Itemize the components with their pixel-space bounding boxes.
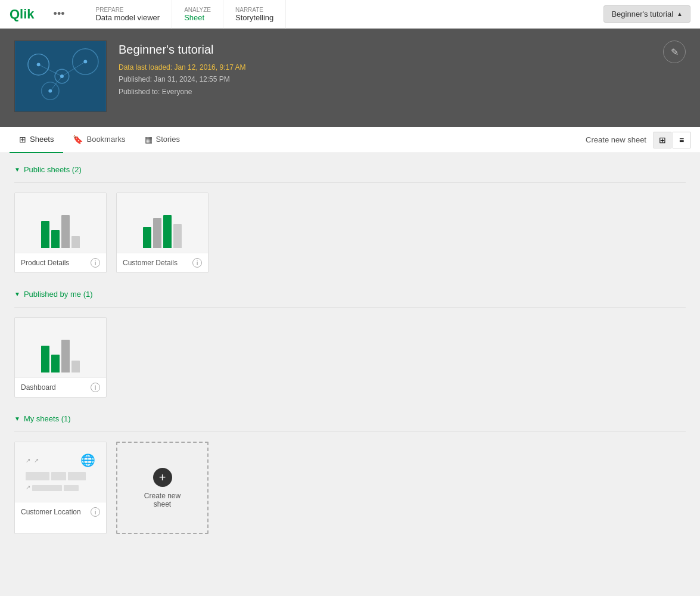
tab-sheets[interactable]: ⊞ Sheets <box>10 127 63 153</box>
section-public-sheets: ▼ Public sheets (2) Product Details i <box>14 165 686 273</box>
mini-chart-product-details <box>41 212 80 248</box>
chevron-down-icon: ▼ <box>14 166 20 173</box>
mini-chart-customer-details <box>143 212 182 248</box>
info-icon-product-details[interactable]: i <box>91 258 100 268</box>
sheet-preview-product-details <box>15 193 106 253</box>
sheet-card-footer-dashboard: Dashboard i <box>15 377 106 397</box>
nav-narrate[interactable]: Narrate Storytelling <box>223 0 286 29</box>
create-sheet-button-top[interactable]: Create new sheet <box>586 135 646 144</box>
section-public-sheets-header[interactable]: ▼ Public sheets (2) <box>14 165 686 174</box>
sheet-card-name-customer-details: Customer Details <box>123 259 178 267</box>
nav-narrate-label: Storytelling <box>235 13 273 22</box>
map-block <box>26 472 49 480</box>
bar <box>173 224 182 248</box>
published-by-me-grid: Dashboard i <box>14 317 686 398</box>
published-date: Published: Jan 31, 2024, 12:55 PM <box>119 73 245 85</box>
sheet-card-product-details[interactable]: Product Details i <box>14 193 107 273</box>
nav-prepare-category: Prepare <box>95 7 160 13</box>
sheet-preview-customer-location: ↗ ↗ 🌐 ↗ <box>15 442 106 502</box>
tab-bookmarks[interactable]: 🔖 Bookmarks <box>63 127 135 153</box>
app-info: Beginner's tutorial Data last loaded: Ja… <box>119 41 245 98</box>
info-icon-customer-location[interactable]: i <box>91 507 100 517</box>
sheets-tab-icon: ⊞ <box>19 135 26 144</box>
stories-tab-icon: ▦ <box>145 135 153 144</box>
sheet-card-footer-product-details: Product Details i <box>15 253 106 272</box>
tab-sheets-label: Sheets <box>30 135 54 144</box>
bar <box>61 340 70 372</box>
bar <box>71 236 80 248</box>
nav-analyze-label: Sheet <box>184 13 211 22</box>
app-meta: Data last loaded: Jan 12, 2016, 9:17 AM … <box>119 61 245 98</box>
chevron-down-icon: ▼ <box>14 415 20 422</box>
qlik-logo-text: Qlik <box>10 7 35 22</box>
grid-view-button[interactable]: ⊞ <box>654 132 671 148</box>
sheet-card-dashboard[interactable]: Dashboard i <box>14 317 107 398</box>
nav-prepare-label: Data model viewer <box>95 13 160 22</box>
section-divider <box>14 182 686 183</box>
sheet-card-customer-details[interactable]: Customer Details i <box>116 193 209 273</box>
section-public-sheets-title: Public sheets (2) <box>24 165 82 174</box>
arrow-icon: ↗ <box>26 457 30 464</box>
tab-bookmarks-label: Bookmarks <box>86 135 125 144</box>
bar <box>51 355 60 372</box>
bar <box>163 215 172 248</box>
chevron-down-icon: ▲ <box>677 11 683 17</box>
sheet-preview-customer-details <box>117 193 208 253</box>
nav-sections: Prepare Data model viewer Analyze Sheet … <box>83 0 286 29</box>
app-thumbnail <box>14 41 107 112</box>
data-last-loaded: Data last loaded: Jan 12, 2016, 9:17 AM <box>119 61 245 73</box>
nav-analyze-category: Analyze <box>184 7 211 13</box>
published-to: Published to: Everyone <box>119 86 245 98</box>
map-block <box>51 472 66 480</box>
chevron-down-icon: ▼ <box>14 291 20 297</box>
tabs-actions: Create new sheet ⊞ ≡ <box>586 132 690 148</box>
mini-chart-dashboard <box>41 337 80 372</box>
plus-icon: + <box>153 468 172 487</box>
svg-point-8 <box>37 63 41 66</box>
bar <box>51 230 60 248</box>
app-title: Beginner's tutorial <box>119 43 245 57</box>
bar <box>61 215 70 248</box>
svg-point-10 <box>83 60 87 63</box>
sheet-card-footer-customer-details: Customer Details i <box>117 253 208 272</box>
view-toggle: ⊞ ≡ <box>654 132 690 148</box>
svg-point-9 <box>60 74 64 78</box>
map-block <box>32 485 62 491</box>
app-selector[interactable]: Beginner's tutorial ▲ <box>603 5 690 23</box>
nav-dots-menu[interactable]: ••• <box>54 8 65 20</box>
info-icon-customer-details[interactable]: i <box>192 258 202 268</box>
section-my-sheets-header[interactable]: ▼ My sheets (1) <box>14 414 686 423</box>
nav-analyze[interactable]: Analyze Sheet <box>172 0 223 29</box>
globe-icon: 🌐 <box>80 453 95 467</box>
top-navigation: Qlik ••• Prepare Data model viewer Analy… <box>0 0 700 29</box>
section-divider <box>14 432 686 432</box>
section-my-sheets: ▼ My sheets (1) ↗ ↗ 🌐 <box>14 414 686 534</box>
map-block <box>68 472 86 480</box>
bar <box>41 346 49 372</box>
arrow-icon: ↗ <box>34 457 39 464</box>
arrow-icon: ↗ <box>26 484 30 491</box>
my-sheets-grid: ↗ ↗ 🌐 ↗ <box>14 442 686 534</box>
bar <box>71 361 80 372</box>
section-published-by-me-title: Published by me (1) <box>24 290 93 299</box>
section-published-by-me-header[interactable]: ▼ Published by me (1) <box>14 290 686 299</box>
qlik-logo[interactable]: Qlik <box>10 7 35 22</box>
sheet-card-name-dashboard: Dashboard <box>21 383 56 392</box>
section-my-sheets-title: My sheets (1) <box>24 414 71 423</box>
svg-point-11 <box>48 89 52 93</box>
list-view-button[interactable]: ≡ <box>673 132 690 148</box>
info-icon-dashboard[interactable]: i <box>91 383 100 392</box>
map-block <box>64 485 79 491</box>
tab-stories[interactable]: ▦ Stories <box>135 127 189 153</box>
nav-prepare[interactable]: Prepare Data model viewer <box>83 0 172 29</box>
edit-button[interactable]: ✎ <box>663 41 686 63</box>
sheet-card-customer-location[interactable]: ↗ ↗ 🌐 ↗ <box>14 442 107 534</box>
tabs-bar: ⊞ Sheets 🔖 Bookmarks ▦ Stories Create ne… <box>0 127 700 153</box>
bar <box>153 218 161 248</box>
bar <box>143 227 151 248</box>
public-sheets-grid: Product Details i Customer Details i <box>14 193 686 273</box>
create-new-sheet-card[interactable]: + Create newsheet <box>116 442 209 534</box>
create-new-sheet-label: Create newsheet <box>144 492 181 508</box>
bar <box>41 221 49 248</box>
app-header: Beginner's tutorial Data last loaded: Ja… <box>0 29 700 127</box>
